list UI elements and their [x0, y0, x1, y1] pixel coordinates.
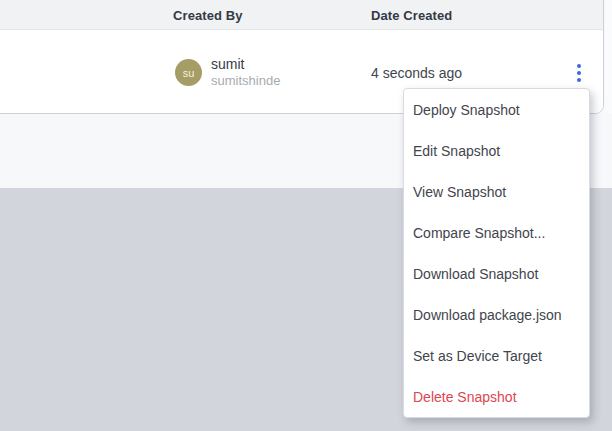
- menu-item-compare-snapshot[interactable]: Compare Snapshot...: [404, 212, 589, 253]
- snapshot-context-menu: Deploy Snapshot Edit Snapshot View Snaps…: [403, 88, 590, 418]
- menu-item-delete-snapshot[interactable]: Delete Snapshot: [404, 376, 589, 417]
- snapshots-page: Created By Date Created su sumit sumitsh…: [0, 0, 612, 431]
- created-by-cell: sumit sumitshinde: [211, 56, 280, 89]
- page-background-right-strip: [605, 0, 612, 113]
- kebab-menu-button[interactable]: [570, 60, 588, 86]
- column-header-date-created: Date Created: [371, 8, 452, 23]
- kebab-menu-icon: [577, 78, 581, 82]
- menu-item-edit-snapshot[interactable]: Edit Snapshot: [404, 130, 589, 171]
- menu-item-deploy-snapshot[interactable]: Deploy Snapshot: [404, 89, 589, 130]
- avatar-initials: su: [183, 67, 195, 79]
- kebab-menu-icon: [577, 71, 581, 75]
- date-created-cell: 4 seconds ago: [371, 65, 462, 81]
- menu-item-download-package-json[interactable]: Download package.json: [404, 294, 589, 335]
- menu-item-set-as-device-target[interactable]: Set as Device Target: [404, 335, 589, 376]
- user-avatar: su: [175, 59, 202, 86]
- menu-item-download-snapshot[interactable]: Download Snapshot: [404, 253, 589, 294]
- user-handle: sumitshinde: [211, 73, 280, 89]
- menu-item-view-snapshot[interactable]: View Snapshot: [404, 171, 589, 212]
- kebab-menu-icon: [577, 64, 581, 68]
- user-name: sumit: [211, 56, 280, 73]
- table-header-row: Created By Date Created: [0, 0, 603, 30]
- column-header-created-by: Created By: [173, 8, 243, 23]
